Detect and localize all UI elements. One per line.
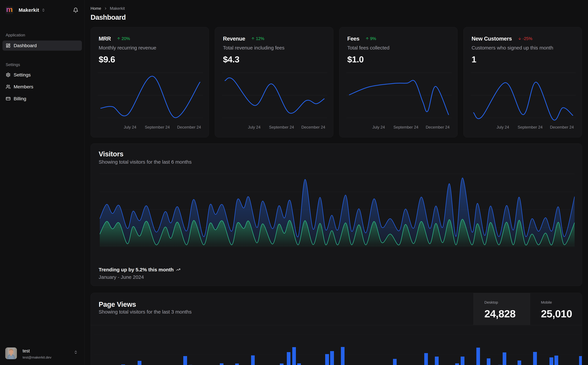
svg-text:July 24: July 24 (248, 125, 261, 129)
svg-text:December 24: December 24 (426, 125, 450, 129)
svg-text:July 24: July 24 (124, 125, 136, 129)
svg-text:September 24: September 24 (393, 125, 418, 129)
svg-text:December 24: December 24 (301, 125, 325, 129)
svg-text:December 24: December 24 (550, 125, 574, 129)
svg-text:September 24: September 24 (269, 125, 294, 129)
svg-text:July 24: July 24 (497, 125, 509, 129)
svg-text:December 24: December 24 (177, 125, 201, 129)
svg-text:September 24: September 24 (518, 125, 543, 129)
svg-text:July 24: July 24 (372, 125, 385, 129)
svg-text:September 24: September 24 (145, 125, 170, 129)
